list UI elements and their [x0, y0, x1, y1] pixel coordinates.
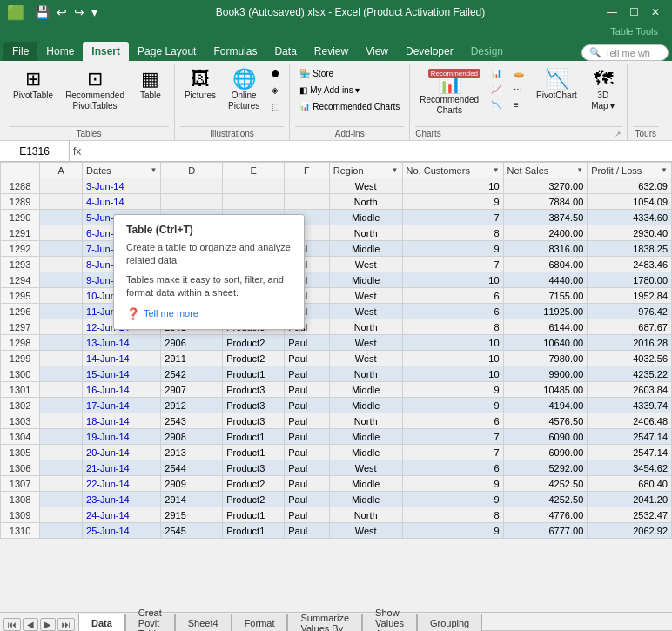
- tab-formulas[interactable]: Formulas: [205, 42, 265, 61]
- netsales-cell[interactable]: 6777.00: [503, 523, 588, 539]
- region-cell[interactable]: North: [329, 366, 402, 382]
- profit-cell[interactable]: 680.40: [588, 476, 672, 492]
- bar-chart-btn[interactable]: 📊: [487, 66, 506, 81]
- tab-design[interactable]: Design: [462, 42, 512, 61]
- tab-nav-first[interactable]: ⏮: [3, 618, 21, 631]
- customers-cell[interactable]: 10: [402, 178, 503, 194]
- date-cell[interactable]: 17-Jun-14: [83, 398, 161, 413]
- col-e-cell[interactable]: Product3: [223, 460, 285, 476]
- col-a-cell[interactable]: [40, 288, 83, 304]
- col-a-cell[interactable]: [40, 366, 83, 382]
- minimize-btn[interactable]: —: [601, 4, 622, 20]
- region-cell[interactable]: Middle: [329, 382, 402, 398]
- netsales-cell[interactable]: 7980.00: [503, 351, 588, 366]
- netsales-cell[interactable]: 9900.00: [503, 366, 588, 382]
- region-cell[interactable]: North: [329, 194, 402, 210]
- date-cell[interactable]: 22-Jun-14: [83, 476, 161, 492]
- col-f-cell[interactable]: Paul: [285, 413, 330, 429]
- col-d-cell[interactable]: 2544: [161, 460, 223, 476]
- region-cell[interactable]: North: [329, 225, 402, 241]
- col-e-cell[interactable]: [223, 194, 285, 210]
- customers-cell[interactable]: 10: [402, 335, 503, 351]
- pivot-table-btn[interactable]: ⊞ PivotTable: [9, 66, 57, 104]
- col-a-cell[interactable]: [40, 460, 83, 476]
- tab-developer[interactable]: Developer: [397, 42, 462, 61]
- date-cell[interactable]: 18-Jun-14: [83, 413, 161, 429]
- col-header-e[interactable]: E: [223, 163, 285, 178]
- profit-cell[interactable]: 4235.22: [588, 366, 672, 382]
- col-a-cell[interactable]: [40, 178, 83, 194]
- netsales-cell[interactable]: 4576.50: [503, 413, 588, 429]
- sheet-tab-grouping[interactable]: Grouping: [417, 614, 482, 631]
- col-f-cell[interactable]: [285, 194, 330, 210]
- col-a-cell[interactable]: [40, 351, 83, 366]
- customers-cell[interactable]: 6: [402, 413, 503, 429]
- online-pictures-btn[interactable]: 🌐 OnlinePictures: [224, 66, 264, 115]
- profit-cell[interactable]: 2016.28: [588, 335, 672, 351]
- tab-nav-prev[interactable]: ◀: [23, 618, 38, 631]
- col-f-cell[interactable]: [285, 178, 330, 194]
- col-header-a[interactable]: A: [40, 163, 83, 178]
- profit-cell[interactable]: 1838.25: [588, 241, 672, 257]
- table-btn[interactable]: ▦ Table: [132, 66, 169, 104]
- sheet-tab-summarize-values-by[interactable]: Summarize Values By: [287, 614, 362, 631]
- tab-review[interactable]: Review: [306, 42, 357, 61]
- netsales-cell[interactable]: 2400.00: [503, 225, 588, 241]
- region-cell[interactable]: West: [329, 335, 402, 351]
- col-f-cell[interactable]: Paul: [285, 351, 330, 366]
- col-f-cell[interactable]: Paul: [285, 492, 330, 507]
- col-e-cell[interactable]: Product2: [223, 351, 285, 366]
- sheet-tab-format[interactable]: Format: [232, 614, 288, 631]
- col-a-cell[interactable]: [40, 476, 83, 492]
- region-cell[interactable]: West: [329, 257, 402, 272]
- col-header-netsales[interactable]: Net Sales▼: [503, 163, 588, 178]
- col-d-cell[interactable]: 2912: [161, 398, 223, 413]
- col-header-profit[interactable]: Profit / Loss▼: [588, 163, 672, 178]
- col-d-cell[interactable]: 2913: [161, 445, 223, 460]
- customers-cell[interactable]: 6: [402, 460, 503, 476]
- row-number[interactable]: 1300: [1, 366, 40, 382]
- col-f-cell[interactable]: Paul: [285, 460, 330, 476]
- netsales-cell[interactable]: 5292.00: [503, 460, 588, 476]
- tab-page-layout[interactable]: Page Layout: [129, 42, 205, 61]
- col-e-cell[interactable]: Product3: [223, 413, 285, 429]
- region-cell[interactable]: West: [329, 304, 402, 319]
- smartart-btn[interactable]: ◈: [267, 83, 284, 97]
- sheet-tab-data[interactable]: Data: [78, 614, 125, 631]
- netsales-cell[interactable]: 7155.00: [503, 288, 588, 304]
- netsales-cell[interactable]: 6804.00: [503, 257, 588, 272]
- area-chart-btn[interactable]: 📉: [487, 97, 506, 112]
- col-e-cell[interactable]: Product2: [223, 476, 285, 492]
- tab-nav-next[interactable]: ▶: [40, 618, 56, 631]
- col-header-d[interactable]: D: [161, 163, 223, 178]
- row-number[interactable]: 1303: [1, 413, 40, 429]
- col-d-cell[interactable]: 2914: [161, 492, 223, 507]
- customers-cell[interactable]: 7: [402, 210, 503, 225]
- row-number[interactable]: 1292: [1, 241, 40, 257]
- customers-cell[interactable]: 6: [402, 304, 503, 319]
- col-a-cell[interactable]: [40, 507, 83, 523]
- col-a-cell[interactable]: [40, 319, 83, 335]
- line-chart-btn[interactable]: 📈: [487, 82, 506, 97]
- customers-cell[interactable]: 9: [402, 194, 503, 210]
- netsales-cell[interactable]: 10640.00: [503, 335, 588, 351]
- profit-cell[interactable]: 687.67: [588, 319, 672, 335]
- profit-cell[interactable]: 3454.62: [588, 460, 672, 476]
- store-btn[interactable]: 🏪 Store: [295, 66, 404, 81]
- col-d-cell[interactable]: 2542: [161, 366, 223, 382]
- tab-data[interactable]: Data: [265, 42, 305, 61]
- pictures-btn[interactable]: 🖼 Pictures: [180, 66, 220, 104]
- col-e-cell[interactable]: Product1: [223, 507, 285, 523]
- col-d-cell[interactable]: 2908: [161, 429, 223, 445]
- col-a-cell[interactable]: [40, 194, 83, 210]
- customers-cell[interactable]: 10: [402, 366, 503, 382]
- col-d-cell[interactable]: 2543: [161, 413, 223, 429]
- col-f-cell[interactable]: Paul: [285, 429, 330, 445]
- col-a-cell[interactable]: [40, 382, 83, 398]
- profit-cell[interactable]: 632.09: [588, 178, 672, 194]
- tab-nav-last[interactable]: ⏭: [57, 618, 75, 631]
- region-cell[interactable]: Middle: [329, 241, 402, 257]
- pivot-chart-btn[interactable]: 📉 PivotChart: [532, 66, 581, 104]
- customers-cell[interactable]: 9: [402, 476, 503, 492]
- row-number[interactable]: 1293: [1, 257, 40, 272]
